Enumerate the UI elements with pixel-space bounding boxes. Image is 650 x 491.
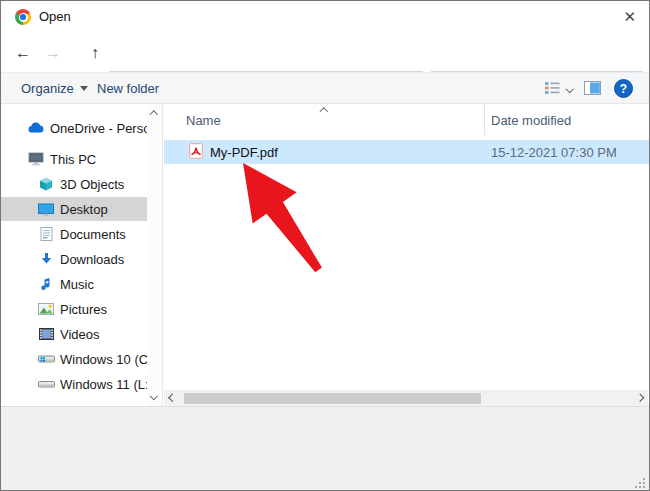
dialog-footer: File name: Custom Files (*.text;*.txt;*.… — [1, 406, 649, 491]
scroll-down-icon[interactable] — [150, 391, 158, 399]
main-area: OneDrive - Person This PC 3D Objects Des… — [1, 104, 649, 406]
sidebar-item-music[interactable]: Music — [1, 272, 147, 296]
sidebar-item-documents[interactable]: Documents — [1, 222, 147, 246]
preview-pane-icon — [584, 81, 601, 95]
list-header: Name Date modified — [164, 104, 649, 135]
sidebar-item-pictures[interactable]: Pictures — [1, 297, 147, 321]
column-divider[interactable] — [484, 104, 485, 135]
close-icon[interactable]: ✕ — [623, 7, 636, 27]
onedrive-cloud-icon — [27, 122, 45, 134]
file-date-modified: 15-12-2021 07:30 PM — [491, 145, 617, 160]
sidebar-item-windows-10-c[interactable]: Windows 10 (C:) — [1, 347, 147, 371]
desktop-monitor-icon — [37, 203, 55, 216]
file-row-my-pdf[interactable]: My-PDF.pdf 15-12-2021 07:30 PM — [164, 140, 649, 164]
help-button[interactable]: ? — [614, 79, 633, 98]
sidebar-item-desktop[interactable]: Desktop — [1, 197, 147, 221]
command-bar: Organize New folder ? — [1, 72, 649, 104]
navigation-bar: ← → ↑ « Desktop › Translation ↻ — [1, 34, 649, 72]
picture-icon — [37, 303, 55, 315]
open-file-dialog: Open ✕ ← → ↑ « Desktop › Translation ↻ — [0, 0, 650, 491]
music-note-icon — [37, 277, 55, 291]
change-view-button[interactable] — [544, 80, 561, 99]
download-arrow-icon — [37, 252, 55, 266]
scroll-up-icon[interactable] — [150, 111, 158, 119]
file-name: My-PDF.pdf — [210, 145, 278, 160]
organize-dropdown-icon — [80, 86, 88, 91]
drive-icon — [37, 379, 55, 390]
column-header-name[interactable]: Name — [186, 113, 221, 128]
sort-ascending-icon — [320, 108, 328, 116]
file-list-panel: Name Date modified My-PDF.pdf 15-12-2021… — [164, 104, 649, 406]
scroll-right-icon[interactable] — [635, 394, 643, 402]
document-icon — [37, 227, 55, 241]
preview-pane-button[interactable] — [584, 81, 601, 98]
forward-button: → — [45, 43, 61, 63]
cube-icon — [37, 177, 55, 191]
system-drive-icon — [37, 354, 55, 365]
computer-icon — [27, 152, 45, 166]
sidebar-item-onedrive[interactable]: OneDrive - Person — [1, 116, 147, 140]
resize-grip[interactable] — [635, 478, 645, 488]
up-button[interactable]: ↑ — [91, 43, 99, 63]
sidebar-item-videos[interactable]: Videos — [1, 322, 147, 346]
film-icon — [37, 328, 55, 340]
title-bar: Open ✕ — [1, 1, 649, 34]
navigation-pane: OneDrive - Person This PC 3D Objects Des… — [1, 104, 147, 406]
scrollbar-thumb[interactable] — [184, 393, 481, 404]
scroll-left-icon[interactable] — [169, 394, 177, 402]
sidebar-item-downloads[interactable]: Downloads — [1, 247, 147, 271]
chrome-logo-icon — [15, 9, 31, 25]
pdf-file-icon — [189, 143, 203, 162]
sidebar-item-this-pc[interactable]: This PC — [1, 147, 147, 171]
column-header-date-modified[interactable]: Date modified — [491, 113, 571, 128]
view-dropdown-chevron-icon[interactable] — [566, 85, 574, 93]
window-title: Open — [39, 9, 71, 24]
details-view-icon — [544, 80, 561, 96]
sidebar-item-windows-11-l[interactable]: Windows 11 (L:) — [1, 372, 147, 396]
organize-button[interactable]: Organize — [21, 73, 88, 103]
sidebar-item-3d-objects[interactable]: 3D Objects — [1, 172, 147, 196]
help-icon: ? — [620, 82, 627, 96]
horizontal-scrollbar[interactable] — [164, 390, 648, 406]
back-button[interactable]: ← — [15, 43, 31, 63]
sidebar-scrollbar[interactable] — [147, 104, 163, 406]
new-folder-button[interactable]: New folder — [97, 73, 159, 103]
